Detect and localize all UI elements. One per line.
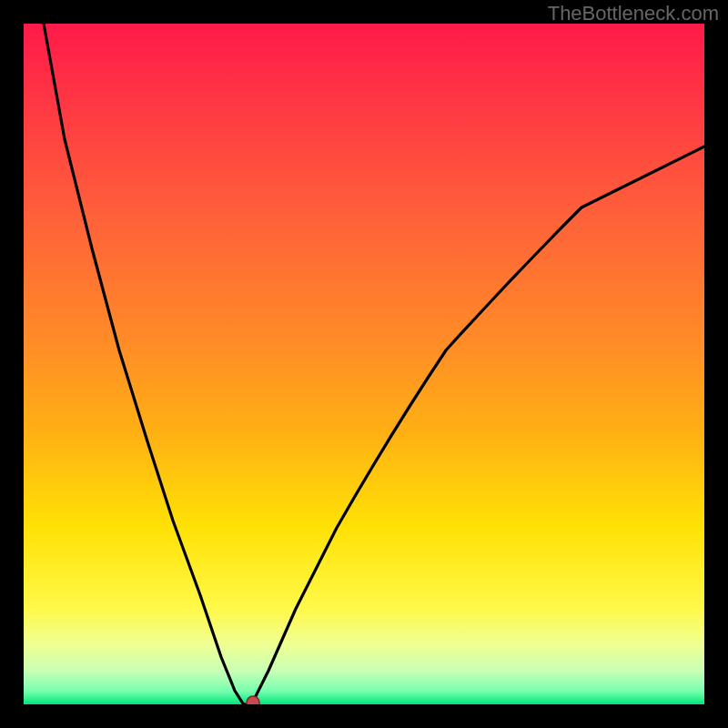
plot-area — [24, 24, 704, 704]
curve-layer — [24, 24, 704, 704]
plot-frame — [24, 24, 704, 704]
marker-dot — [247, 696, 259, 704]
bottleneck-curve — [44, 24, 704, 704]
watermark-text: TheBottleneck.com — [548, 2, 719, 25]
